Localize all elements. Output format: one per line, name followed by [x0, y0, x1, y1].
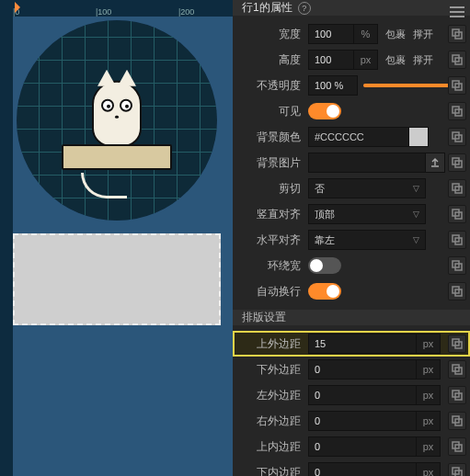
- overflow-button[interactable]: [448, 256, 466, 275]
- ruler-horizontal: |0 |100 |200: [0, 0, 233, 17]
- padding-top-input[interactable]: 0: [308, 436, 417, 457]
- wrap-toggle[interactable]: [308, 283, 341, 300]
- overflow-button[interactable]: [448, 25, 466, 43]
- upload-icon[interactable]: [425, 153, 445, 173]
- margin-bottom-unit[interactable]: px: [417, 359, 441, 380]
- row-margin-right: 右外边距 0 px: [233, 408, 470, 434]
- selected-row-element[interactable]: [13, 233, 221, 325]
- margin-bottom-label: 下外边距: [249, 362, 308, 378]
- overflow-button[interactable]: [448, 282, 466, 300]
- overflow-button[interactable]: [448, 360, 466, 379]
- margin-right-label: 右外边距: [249, 414, 308, 429]
- margin-left-unit[interactable]: px: [417, 385, 441, 405]
- visible-label: 可见: [233, 104, 308, 119]
- clip-select[interactable]: 否▽: [308, 178, 426, 198]
- row-margin-top: 上外边距 15 px: [233, 331, 470, 357]
- row-ring: 环绕宽: [233, 253, 470, 278]
- overflow-button[interactable]: [448, 386, 466, 404]
- margin-top-input[interactable]: 15: [308, 334, 417, 354]
- margin-left-label: 左外边距: [249, 388, 308, 403]
- bgcolor-swatch[interactable]: [408, 127, 429, 147]
- canvas-area[interactable]: |0 |100 |200: [0, 0, 233, 476]
- width-label: 宽度: [233, 27, 308, 42]
- padding-bottom-unit[interactable]: px: [417, 462, 441, 476]
- margin-bottom-input[interactable]: 0: [308, 359, 417, 380]
- wrap-chip[interactable]: 包裹: [385, 53, 406, 67]
- overflow-button[interactable]: [448, 412, 466, 430]
- row-padding-top: 上内边距 0 px: [233, 434, 470, 459]
- keyboard-illustration: [62, 144, 172, 170]
- bgcolor-label: 背景颜色: [233, 130, 308, 145]
- overflow-button[interactable]: [448, 231, 466, 249]
- overflow-button[interactable]: [448, 128, 466, 146]
- margins-list: 上外边距 15 px 下外边距 0 px 左外边距 0 px 右外边距 0 px…: [233, 325, 470, 476]
- height-input[interactable]: 100: [308, 50, 354, 70]
- section-layout-header[interactable]: 排版设置: [233, 310, 470, 325]
- overflow-button[interactable]: [448, 334, 466, 353]
- wrap-label: 自动换行: [233, 284, 308, 300]
- row-padding-bottom: 下内边距 0 px: [233, 459, 470, 476]
- row-opacity: 不透明度 100 %: [233, 73, 470, 98]
- width-unit[interactable]: %: [354, 24, 378, 44]
- bgcolor-input[interactable]: #CCCCCC: [308, 127, 409, 147]
- row-height: 高度 100 px 包裹 撑开: [233, 47, 470, 73]
- opacity-input[interactable]: 100 %: [308, 75, 358, 96]
- halign-select[interactable]: 靠左▽: [308, 230, 426, 250]
- margin-left-input[interactable]: 0: [308, 385, 417, 405]
- overflow-button[interactable]: [448, 205, 466, 223]
- bgimg-input[interactable]: [308, 153, 426, 173]
- wrap-chip[interactable]: 包裹: [385, 28, 406, 41]
- bgimg-label: 背景图片: [233, 155, 308, 171]
- overflow-button[interactable]: [448, 463, 466, 476]
- height-label: 高度: [233, 52, 308, 68]
- ring-toggle[interactable]: [308, 257, 341, 274]
- expand-chip[interactable]: 撑开: [413, 53, 433, 67]
- overflow-button[interactable]: [448, 51, 466, 69]
- panel-title: 行1的属性: [242, 0, 292, 16]
- chevron-down-icon: ▽: [413, 235, 419, 244]
- width-input[interactable]: 100: [308, 24, 354, 44]
- row-visible: 可见: [233, 98, 470, 124]
- overflow-button[interactable]: [448, 153, 466, 172]
- padding-top-label: 上内边距: [249, 439, 308, 455]
- padding-bottom-input[interactable]: 0: [308, 462, 417, 476]
- cat-illustration: [92, 81, 142, 147]
- row-bgcolor: 背景颜色 #CCCCCC: [233, 124, 470, 150]
- help-icon[interactable]: ?: [298, 2, 311, 15]
- ring-label: 环绕宽: [233, 258, 308, 274]
- halign-label: 水平对齐: [233, 232, 308, 248]
- clip-label: 剪切: [233, 181, 308, 197]
- canvas-image-circle[interactable]: [17, 20, 217, 221]
- row-bgimg: 背景图片: [233, 150, 470, 176]
- margin-right-unit[interactable]: px: [417, 411, 441, 431]
- expand-chip[interactable]: 撑开: [413, 28, 433, 41]
- visible-toggle[interactable]: [308, 103, 341, 119]
- padding-bottom-label: 下内边距: [249, 465, 308, 477]
- height-unit[interactable]: px: [354, 50, 378, 70]
- margin-right-input[interactable]: 0: [308, 411, 417, 431]
- ruler-tick: |100: [96, 7, 111, 17]
- row-margin-bottom: 下外边距 0 px: [233, 357, 470, 382]
- overflow-button[interactable]: [448, 76, 466, 95]
- row-valign: 竖直对齐 顶部▽: [233, 201, 470, 227]
- ruler-vertical: [0, 0, 13, 476]
- chevron-down-icon: ▽: [413, 184, 419, 193]
- row-halign: 水平对齐 靠左▽: [233, 227, 470, 253]
- margin-top-label: 上外边距: [249, 336, 308, 352]
- valign-select[interactable]: 顶部▽: [308, 204, 426, 224]
- padding-top-unit[interactable]: px: [417, 436, 441, 457]
- row-margin-left: 左外边距 0 px: [233, 382, 470, 408]
- ruler-tick: |200: [178, 7, 194, 17]
- overflow-button[interactable]: [448, 102, 466, 120]
- valign-label: 竖直对齐: [233, 207, 308, 222]
- row-wrap: 自动换行: [233, 278, 470, 304]
- overflow-button[interactable]: [448, 437, 466, 456]
- row-width: 宽度 100 % 包裹 撑开: [233, 21, 470, 47]
- menu-icon[interactable]: [450, 6, 464, 17]
- opacity-slider[interactable]: [363, 84, 461, 87]
- ruler-marker-icon[interactable]: [15, 2, 24, 11]
- overflow-button[interactable]: [448, 179, 466, 198]
- opacity-label: 不透明度: [233, 78, 308, 94]
- margin-top-unit[interactable]: px: [417, 334, 441, 354]
- row-clip: 剪切 否▽: [233, 176, 470, 201]
